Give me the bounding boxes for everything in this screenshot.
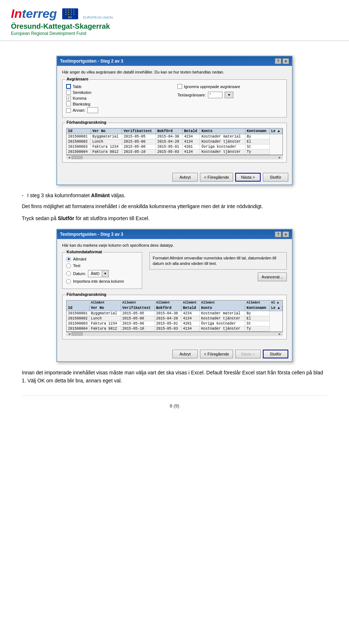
cell: 2015-04-20 — [156, 139, 182, 144]
allmant-header: Allmänt — [181, 301, 200, 305]
cell: 201500002 — [67, 139, 91, 144]
cell: By — [245, 134, 269, 139]
dialog1-close-button[interactable]: ✕ — [282, 58, 289, 64]
cell: 201500003 — [67, 321, 89, 326]
dialog2-foregaende-button[interactable]: < Föregående — [200, 350, 233, 358]
cell: Kostnader tjänster — [200, 326, 245, 331]
textavgrnsare-input[interactable] — [208, 92, 222, 98]
text-section2: Innan det importerade innehållet visas m… — [22, 369, 327, 385]
preview1-scrollbar[interactable]: ◄ ► — [66, 155, 283, 159]
dialog2-slutfor-button[interactable]: Slutför — [263, 350, 288, 358]
datum-arrow-icon[interactable]: ▼ — [102, 270, 108, 277]
slutfor-bold: Slutför — [58, 215, 74, 221]
black-cell — [67, 301, 89, 305]
radio-datum[interactable] — [66, 271, 71, 276]
cell: 2015-05-10 — [121, 326, 155, 331]
cell: Kostnader material — [200, 134, 245, 139]
dialog1-help-button[interactable]: ? — [275, 58, 281, 64]
kolumn-left: Kolumndataformat Allmänt Text — [62, 252, 142, 292]
avgrnsare-layout: Tabb Semikolon Komma — [66, 84, 283, 114]
cell: By — [245, 311, 269, 316]
radio-datum-row: Datum: ÅMD ▼ — [66, 270, 138, 277]
dialog2-close-button[interactable]: ✕ — [282, 231, 289, 237]
bullet-dash: - — [22, 192, 24, 199]
dialog2-instruction: Här kan du markera varje kolumn och spec… — [62, 243, 287, 248]
allmant-bold: Allmänt — [91, 192, 110, 198]
cell: Kostnader tjänster — [200, 316, 245, 321]
checkbox-annan[interactable] — [66, 108, 71, 113]
preview2-table: Allmänt Allmänt Allmänt Allmänt Allmänt … — [67, 301, 282, 331]
datum-dropdown[interactable]: ÅMD ▼ — [88, 270, 108, 277]
annan-input[interactable] — [87, 107, 98, 113]
table-row: 201500002 Lunch 2015-05-06 2015-04-20 41… — [67, 139, 282, 144]
checkbox-semikolon[interactable] — [66, 90, 71, 95]
dialog2-avbryt-button[interactable]: Avbryt — [172, 350, 198, 358]
dialog1-body: Här anger du vilka avgränsare din datafi… — [57, 66, 292, 170]
col-id: Id — [67, 305, 89, 311]
allmant-header: Allmänt — [200, 301, 245, 305]
avgrnsare-content: Tabb Semikolon Komma — [66, 84, 283, 114]
datum-value: ÅMD — [88, 271, 101, 276]
dialog1-avbryt-button[interactable]: Avbryt — [172, 173, 198, 182]
textavgrnsare-dropdown[interactable]: ▼ — [225, 92, 233, 98]
col-bokford: Bokförd — [156, 128, 182, 134]
preview2-scrollbar[interactable]: ◄ ► — [66, 332, 283, 336]
cell: Övriga kostnader — [200, 144, 245, 150]
cell: 2015-05-06 — [121, 321, 155, 326]
checkbox-blanksteg-row: Blanksteg — [66, 102, 172, 106]
cell: 2015-04-20 — [155, 316, 181, 321]
cell: Kostnader material — [200, 311, 245, 316]
cell: 2015-04-30 — [155, 311, 181, 316]
checkbox-semikolon-label: Semikolon — [73, 90, 91, 95]
ignorera-row: Ignorera upprepade avgränsare — [177, 84, 283, 89]
col-bokford: Bokförd — [155, 305, 181, 311]
ignorera-label: Ignorera upprepade avgränsare — [184, 84, 240, 89]
preview1-label: Förhandsgranskning — [65, 120, 107, 124]
preview1-section: Förhandsgranskning Id Ver No Verifikatte… — [62, 123, 287, 163]
table-row: 201500003 Faktura 1234 2015-05-06 2015-0… — [67, 144, 282, 150]
checkbox-komma-row: Komma — [66, 96, 172, 100]
cell: 2015-05-03 — [155, 326, 181, 331]
dialog2-help-button[interactable]: ? — [275, 231, 281, 237]
radio-text-label: Text — [73, 263, 80, 268]
cell: Faktura 1234 — [89, 321, 121, 326]
eu-label: EUROPEAN UNION — [83, 16, 113, 19]
radio-allmant[interactable] — [66, 257, 71, 262]
cell: 2015-05-05 — [121, 311, 155, 316]
checkbox-komma[interactable] — [66, 96, 71, 100]
radio-allmant-row: Allmänt — [66, 257, 138, 262]
checkbox-blanksteg[interactable] — [66, 102, 71, 106]
col-konto: Konto — [200, 128, 245, 134]
text-section1: - I steg 3 ska kolumnformatet Allmänt vä… — [22, 192, 327, 222]
cell: Kostnader tjänster — [200, 150, 245, 155]
radio-text[interactable] — [66, 263, 71, 268]
cell: 2015-05-06 — [121, 316, 155, 321]
table-row: 201500004 Faktura 9812 2015-05-10 2015-0… — [67, 326, 282, 331]
cell: Byggmaterial — [91, 134, 122, 139]
dialog1-instruction: Här anger du vilka avgränsare din datafi… — [62, 69, 287, 75]
preview2-section: Förhandsgranskning Allmänt Allmänt Allmä… — [62, 295, 287, 339]
checkbox-tabb[interactable] — [66, 84, 71, 89]
cell: 2015-05-06 — [122, 144, 156, 150]
cell: 2015-05-01 — [156, 144, 182, 150]
cell: 4234 — [182, 134, 200, 139]
col-betald: Betald — [182, 128, 200, 134]
dialog2-nasta-button[interactable]: Nästa > — [235, 350, 261, 358]
checkbox-komma-label: Komma — [73, 96, 87, 100]
col-kontonamn: Kontonamn — [245, 128, 269, 134]
radio-importera[interactable] — [66, 279, 71, 284]
subtitle-fund: European Regional Development Fund — [11, 31, 338, 36]
dialog1-foregaende-button[interactable]: < Föregående — [200, 173, 233, 182]
cell: 201500004 — [67, 326, 89, 331]
col-id: Id — [67, 128, 91, 134]
cell: 4201 — [182, 144, 200, 150]
subtitle-brand: Öresund-Kattegat-Skagerrak — [11, 22, 338, 31]
preview1-table: Id Ver No Verifikattext Bokförd Betald K… — [67, 128, 282, 155]
checkbox-ignorera[interactable] — [177, 84, 182, 89]
dialog1-slutfor-button[interactable]: Slutför — [263, 173, 288, 182]
col-le: Le ▲ — [269, 128, 282, 134]
cell: Övriga kostnader — [200, 321, 245, 326]
dialog1-nasta-button[interactable]: Nästa > — [235, 173, 261, 182]
dialog2-title: Textimportguiden - Steg 3 av 3 — [60, 232, 123, 237]
avancerat-button[interactable]: Avancerat... — [258, 273, 287, 281]
